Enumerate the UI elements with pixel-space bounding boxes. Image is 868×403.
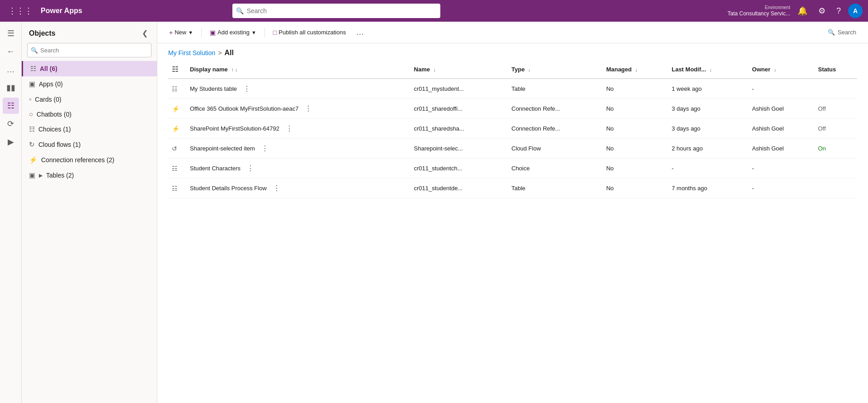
col-owner-header[interactable]: Owner ↓: [749, 61, 815, 79]
env-name: Tata Consultancy Servic...: [727, 10, 790, 18]
sidebar-item-icon-choices: ☷: [29, 125, 35, 133]
breadcrumb-solution-link[interactable]: My First Solution: [168, 49, 215, 56]
row-last-modified-cell: 2 hours ago: [668, 139, 749, 159]
sidebar-item-apps[interactable]: ▣ Apps (0): [22, 76, 157, 92]
sidebar-item-icon-cloud-flows: ↻: [29, 141, 35, 149]
col-managed-header[interactable]: Managed ↓: [603, 61, 668, 79]
row-last-modified: 3 days ago: [672, 125, 701, 132]
row-type-icon: ⚡: [172, 125, 179, 132]
col-type-header[interactable]: Type ↓: [508, 61, 603, 79]
row-type: Choice: [511, 165, 529, 172]
row-options-icon[interactable]: ⋮: [270, 183, 283, 193]
row-icon-cell: ☷: [168, 178, 186, 198]
row-owner: -: [752, 85, 754, 92]
sidebar-item-cards[interactable]: ▫ Cards (0): [22, 92, 157, 107]
rail-flows-icon[interactable]: ▶: [3, 134, 19, 150]
row-display-name-cell: Student Characters ⋮: [186, 159, 410, 178]
row-type-icon: ☷: [172, 165, 178, 172]
row-display-name: Sharepoint-selected item: [190, 145, 255, 152]
table-row: ⚡ SharePoint MyFirstSolution-64792 ⋮ cr0…: [168, 119, 857, 139]
table-row: ☷ My Students table ⋮ cr011_mystudent...…: [168, 79, 857, 99]
row-managed: No: [606, 165, 614, 172]
help-icon[interactable]: ?: [833, 5, 844, 18]
main-layout: ☰ ← … ▮▮ ☷ ⟳ ▶ Objects ❮ 🔍 ☷ All (6) ▣ A…: [0, 22, 868, 403]
waffle-menu-icon[interactable]: ⋮⋮⋮: [5, 3, 35, 19]
sidebar-item-tables[interactable]: ▣ ▶ Tables (2): [22, 168, 157, 183]
global-search-input[interactable]: [232, 4, 440, 18]
row-icon-cell: ⚡: [168, 119, 186, 139]
sidebar-title: Objects: [29, 29, 56, 37]
row-display-name: SharePoint MyFirstSolution-64792: [190, 125, 279, 132]
rail-menu-icon[interactable]: ☰: [3, 25, 19, 42]
row-status: On: [818, 145, 826, 152]
row-icon-cell: ☷: [168, 79, 186, 99]
row-name: cr011_studentde...: [414, 185, 463, 192]
rail-apps-icon[interactable]: ▮▮: [3, 80, 19, 96]
sidebar-item-connection-refs[interactable]: ⚡ Connection references (2): [22, 152, 157, 168]
toolbar-search-button[interactable]: 🔍 Search: [823, 26, 861, 38]
table-row: ⚡ Office 365 Outlook MyFirstSolution-aea…: [168, 99, 857, 119]
row-last-modified: 1 week ago: [672, 85, 702, 92]
sidebar-close-icon[interactable]: ❮: [140, 27, 150, 39]
env-label: Environment: [727, 5, 790, 10]
row-options-icon[interactable]: ⋮: [241, 84, 253, 94]
row-display-name: Office 365 Outlook MyFirstSolution-aeac7: [190, 105, 298, 112]
row-options-icon[interactable]: ⋮: [283, 123, 296, 134]
row-managed: No: [606, 125, 614, 132]
row-owner: -: [752, 185, 754, 192]
row-owner-cell: Ashish Goel: [749, 139, 815, 159]
sidebar-search-input[interactable]: [27, 43, 151, 57]
add-existing-button[interactable]: ▣ Add existing ▼: [205, 26, 261, 39]
rail-home-icon[interactable]: …: [3, 61, 19, 78]
rail-history-icon[interactable]: ⟳: [3, 116, 19, 132]
sidebar: Objects ❮ 🔍 ☷ All (6) ▣ Apps (0) ▫ Cards…: [22, 22, 157, 403]
row-display-name-cell: Sharepoint-selected item ⋮: [186, 139, 410, 159]
publish-icon: □: [273, 29, 277, 36]
row-display-name: Student Characters: [190, 165, 241, 172]
row-last-modified: 3 days ago: [672, 105, 701, 112]
new-plus-icon: +: [169, 29, 173, 36]
settings-icon[interactable]: ⚙: [815, 4, 829, 18]
expand-arrow-tables: ▶: [39, 173, 42, 178]
row-status-cell: [815, 178, 858, 198]
publish-button[interactable]: □ Publish all customizations: [269, 26, 350, 39]
row-owner-cell: -: [749, 79, 815, 99]
row-name-cell: cr011_studentde...: [410, 178, 508, 198]
row-last-modified: 7 months ago: [672, 185, 708, 192]
row-options-icon[interactable]: ⋮: [244, 163, 257, 173]
sidebar-item-cloud-flows[interactable]: ↻ Cloud flows (1): [22, 137, 157, 152]
sidebar-item-chatbots[interactable]: ○ Chatbots (0): [22, 107, 157, 122]
row-status-cell: [815, 79, 858, 99]
sidebar-item-label-apps: Apps (0): [39, 80, 150, 88]
row-name: cr011_sharedsha...: [414, 125, 464, 132]
rail-back-icon[interactable]: ←: [3, 43, 19, 60]
row-owner-cell: -: [749, 159, 815, 178]
row-type: Connection Refe...: [511, 125, 560, 132]
sidebar-item-choices[interactable]: ☷ Choices (1): [22, 122, 157, 137]
avatar[interactable]: A: [848, 4, 863, 18]
global-search-icon: 🔍: [236, 7, 244, 14]
col-name-header[interactable]: Name ↓: [410, 61, 508, 79]
rail-objects-icon[interactable]: ☷: [3, 98, 19, 114]
row-status-cell: Off: [815, 99, 858, 119]
new-chevron-icon: ▼: [188, 30, 193, 35]
row-type: Table: [511, 85, 525, 92]
row-options-icon[interactable]: ⋮: [259, 143, 271, 154]
breadcrumb-current: All: [224, 49, 233, 57]
table-header-row: ☷ Display name ↑ ↓ Name ↓ Type ↓ Managed…: [168, 61, 857, 79]
col-last-modified-header[interactable]: Last Modif... ↓: [668, 61, 749, 79]
col-icon-header: ☷: [168, 61, 186, 79]
new-button[interactable]: + New ▼: [165, 26, 198, 39]
row-managed-cell: No: [603, 79, 668, 99]
toolbar-search-label: Search: [838, 29, 856, 36]
row-options-icon[interactable]: ⋮: [302, 103, 315, 114]
notifications-icon[interactable]: 🔔: [794, 4, 811, 18]
col-status-header: Status: [815, 61, 858, 79]
objects-table: ☷ Display name ↑ ↓ Name ↓ Type ↓ Managed…: [168, 61, 857, 198]
row-type-icon: ⚡: [172, 105, 179, 112]
toolbar-more-icon[interactable]: …: [352, 26, 368, 39]
col-display-name-header[interactable]: Display name ↑ ↓: [186, 61, 410, 79]
row-last-modified-cell: 3 days ago: [668, 119, 749, 139]
content-area: + New ▼ ▣ Add existing ▼ □ Publish all c…: [157, 22, 868, 403]
sidebar-item-all[interactable]: ☷ All (6): [22, 61, 157, 76]
